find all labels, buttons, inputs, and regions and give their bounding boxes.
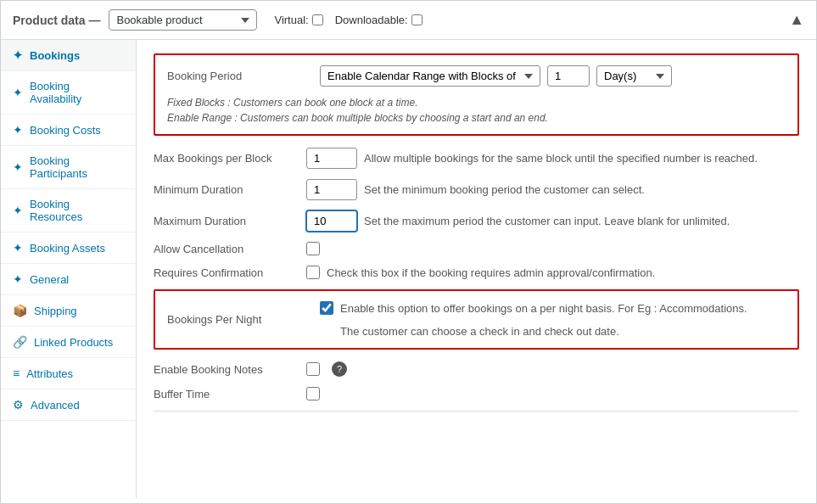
buffer-time-controls — [306, 387, 799, 400]
bookings-per-night-controls: Enable this option to offer bookings on … — [320, 301, 786, 338]
sidebar-item-attributes[interactable]: ≡ Attributes — [1, 358, 136, 389]
booking-period-desc2: Enable Range : Customers can book multip… — [167, 112, 786, 124]
bookings-per-night-checkbox[interactable] — [320, 301, 333, 315]
bookings-per-night-row: Bookings Per Night Enable this option to… — [167, 301, 786, 338]
shipping-icon: 📦 — [13, 304, 27, 317]
max-bookings-label: Max Bookings per Block — [154, 152, 306, 165]
buffer-time-label: Buffer Time — [154, 388, 306, 400]
bookings-per-night-help2: The customer can choose a check in and c… — [340, 325, 619, 338]
enable-booking-notes-label: Enable Booking Notes — [154, 363, 306, 376]
minimum-duration-input[interactable] — [306, 179, 357, 200]
bookings-per-night-help1: Enable this option to offer bookings on … — [340, 302, 747, 315]
sidebar-item-booking-availability[interactable]: ✦ Booking Availability — [1, 71, 136, 115]
content-divider — [154, 411, 799, 412]
downloadable-label[interactable]: Downloadable: — [335, 14, 422, 26]
sidebar-item-general[interactable]: ✦ General — [1, 264, 136, 295]
bookings-icon: ✦ — [13, 48, 23, 62]
product-data-body: ✦ Bookings ✦ Booking Availability ✦ Book… — [1, 40, 816, 498]
attributes-icon: ≡ — [13, 367, 20, 380]
requires-confirmation-help: Check this box if the booking requires a… — [327, 266, 799, 279]
buffer-time-row: Buffer Time — [154, 387, 799, 400]
general-icon: ✦ — [13, 272, 23, 286]
requires-confirmation-controls: Check this box if the booking requires a… — [306, 266, 799, 279]
booking-notes-help-icon[interactable]: ? — [332, 361, 347, 377]
requires-confirmation-row: Requires Confirmation Check this box if … — [154, 266, 799, 279]
booking-period-number[interactable] — [547, 65, 590, 87]
max-bookings-input[interactable] — [306, 148, 357, 169]
product-type-select[interactable]: Simple productGrouped productExternal/Af… — [109, 9, 257, 31]
booking-period-desc1: Fixed Blocks : Customers can book one bl… — [167, 97, 786, 109]
bookings-per-night-section: Bookings Per Night Enable this option to… — [154, 289, 799, 350]
sidebar-item-advanced[interactable]: ⚙ Advanced — [1, 389, 136, 421]
sidebar-item-linked-products[interactable]: 🔗 Linked Products — [1, 327, 136, 358]
linked-products-icon: 🔗 — [13, 335, 27, 349]
downloadable-checkbox[interactable] — [411, 14, 422, 25]
maximum-duration-help: Set the maximum period the customer can … — [364, 215, 799, 227]
booking-costs-icon: ✦ — [13, 123, 23, 137]
content-area: Booking Period Fixed BlocksEnable Calend… — [137, 40, 816, 498]
sidebar-item-shipping[interactable]: 📦 Shipping — [1, 295, 136, 327]
booking-availability-icon: ✦ — [13, 86, 23, 99]
sidebar-item-bookings[interactable]: ✦ Bookings — [1, 40, 136, 71]
enable-booking-notes-checkbox[interactable] — [306, 362, 320, 376]
allow-cancellation-controls — [306, 242, 799, 255]
sidebar-item-booking-assets[interactable]: ✦ Booking Assets — [1, 232, 136, 264]
collapse-button[interactable]: ▲ — [789, 11, 804, 29]
maximum-duration-label: Maximum Duration — [154, 215, 306, 227]
max-bookings-controls: Allow multiple bookings for the same blo… — [306, 148, 799, 169]
maximum-duration-input[interactable] — [306, 210, 357, 232]
sidebar-item-booking-resources[interactable]: ✦ Booking Resources — [1, 189, 136, 232]
bookings-per-night-label: Bookings Per Night — [167, 313, 320, 326]
booking-assets-icon: ✦ — [13, 241, 23, 255]
allow-cancellation-checkbox[interactable] — [306, 242, 320, 255]
virtual-label[interactable]: Virtual: — [274, 14, 322, 26]
header-options: Virtual: Downloadable: — [274, 14, 422, 26]
booking-resources-icon: ✦ — [13, 204, 23, 217]
requires-confirmation-label: Requires Confirmation — [154, 266, 306, 279]
booking-period-controls: Fixed BlocksEnable Calendar Range with B… — [320, 65, 786, 87]
sidebar-item-booking-costs[interactable]: ✦ Booking Costs — [1, 115, 136, 146]
max-bookings-row: Max Bookings per Block Allow multiple bo… — [154, 148, 799, 169]
maximum-duration-controls: Set the maximum period the customer can … — [306, 210, 799, 232]
booking-participants-icon: ✦ — [13, 160, 23, 174]
enable-booking-notes-row: Enable Booking Notes ? — [154, 361, 799, 377]
virtual-checkbox[interactable] — [312, 14, 323, 25]
booking-period-row: Booking Period Fixed BlocksEnable Calend… — [167, 65, 786, 87]
booking-period-select[interactable]: Fixed BlocksEnable Calendar Range with B… — [320, 65, 540, 87]
minimum-duration-help: Set the minimum booking period the custo… — [364, 183, 799, 196]
buffer-time-checkbox[interactable] — [306, 387, 320, 400]
max-bookings-help: Allow multiple bookings for the same blo… — [364, 152, 799, 165]
booking-period-unit[interactable]: Minute(s)Hour(s)Day(s)Week(s)Month(s) — [596, 65, 672, 87]
product-data-header: Product data — Simple productGrouped pro… — [1, 1, 816, 40]
booking-period-section: Booking Period Fixed BlocksEnable Calend… — [154, 53, 799, 136]
minimum-duration-controls: Set the minimum booking period the custo… — [306, 179, 799, 200]
advanced-icon: ⚙ — [13, 398, 24, 412]
allow-cancellation-label: Allow Cancellation — [154, 243, 306, 255]
minimum-duration-label: Minimum Duration — [154, 183, 306, 196]
allow-cancellation-row: Allow Cancellation — [154, 242, 799, 255]
booking-period-label: Booking Period — [167, 70, 320, 82]
enable-booking-notes-controls: ? — [306, 361, 799, 377]
product-data-label: Product data — — [13, 14, 100, 27]
maximum-duration-row: Maximum Duration Set the maximum period … — [154, 210, 799, 232]
sidebar-item-booking-participants[interactable]: ✦ Booking Participants — [1, 146, 136, 189]
sidebar: ✦ Bookings ✦ Booking Availability ✦ Book… — [1, 40, 137, 498]
minimum-duration-row: Minimum Duration Set the minimum booking… — [154, 179, 799, 200]
requires-confirmation-checkbox[interactable] — [306, 266, 320, 279]
